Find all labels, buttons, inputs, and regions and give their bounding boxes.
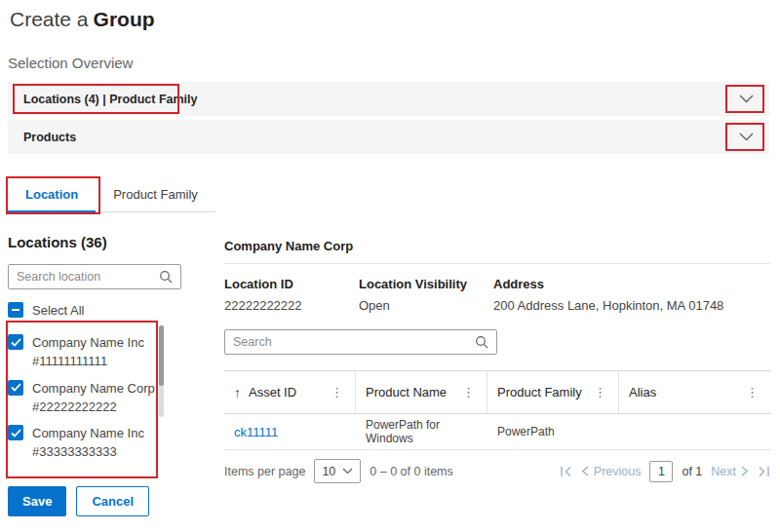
list-item[interactable]: Company Name Corp #22222222222 <box>8 380 183 417</box>
column-label: Product Name <box>366 385 452 399</box>
column-menu-icon[interactable]: ⋮ <box>329 385 345 399</box>
search-icon <box>159 270 173 284</box>
pagination-bar: Items per page 10 0 – 0 of 0 items Previ… <box>224 459 770 483</box>
location-details-panel: Company Name Corp Location ID 2222222222… <box>224 239 770 483</box>
column-label: Product Family <box>497 385 584 399</box>
tab-location[interactable]: Location <box>8 177 96 212</box>
scrollbar-thumb[interactable] <box>159 325 164 386</box>
location-item-text: Company Name Inc #11111111111 <box>32 334 144 371</box>
select-all-label: Select All <box>32 303 84 318</box>
scrollbar[interactable] <box>159 325 164 417</box>
accordion-products[interactable]: Products <box>8 120 769 154</box>
create-group-page: Create aGroup Selection Overview Locatio… <box>0 0 780 532</box>
field-label: Location ID <box>224 277 359 291</box>
location-list: Company Name Inc #11111111111 Company Na… <box>8 334 183 462</box>
location-id: #22222222222 <box>32 399 155 417</box>
search-assets-input[interactable] <box>233 335 475 349</box>
column-header-product-name[interactable]: Product Name ⋮ <box>356 371 488 413</box>
items-per-page-value: 10 <box>322 465 335 478</box>
select-all-checkbox[interactable] <box>8 302 23 318</box>
location-id: #33333333333 <box>32 443 144 462</box>
page-title-bold: Group <box>94 8 155 30</box>
alias-cell <box>619 414 770 449</box>
column-menu-icon[interactable]: ⋮ <box>592 385 608 399</box>
location-search-box <box>8 264 181 289</box>
list-item[interactable]: Company Name Inc #11111111111 <box>8 334 183 371</box>
company-heading: Company Name Corp <box>224 239 770 264</box>
checkbox-checked-icon[interactable] <box>8 380 23 396</box>
locations-panel: Locations (36) Select All Company Name I… <box>8 234 183 471</box>
location-item-text: Company Name Corp #22222222222 <box>32 380 155 417</box>
tab-bar: Location Product Family <box>8 177 215 212</box>
search-location-input[interactable] <box>17 270 159 284</box>
column-header-alias[interactable]: Alias ⋮ <box>619 371 770 413</box>
column-label: Asset ID <box>249 385 321 399</box>
chevron-down-icon <box>342 468 353 475</box>
field-label: Address <box>493 277 723 291</box>
accordion-locations[interactable]: Locations (4) | Product Family <box>8 82 769 116</box>
location-name: Company Name Corp <box>32 380 155 399</box>
column-header-product-family[interactable]: Product Family ⋮ <box>488 371 619 413</box>
checkbox-checked-icon[interactable] <box>8 334 23 350</box>
first-page-icon[interactable] <box>560 466 572 477</box>
page-title: Create aGroup <box>10 8 155 31</box>
product-family-cell: PowerPath <box>488 414 619 449</box>
field-address: Address 200 Address Lane, Hopkinton, MA … <box>493 277 723 313</box>
locations-heading: Locations (36) <box>8 234 183 250</box>
items-per-page-label: Items per page <box>224 465 305 478</box>
search-icon <box>475 335 488 349</box>
items-per-page-select[interactable]: 10 <box>314 459 361 483</box>
page-title-light: Create a <box>10 8 89 30</box>
assets-table: ↑ Asset ID ⋮ Product Name ⋮ Product Fami… <box>224 370 770 483</box>
location-name: Company Name Inc <box>32 425 144 443</box>
cancel-button[interactable]: Cancel <box>76 486 149 516</box>
assets-search-box <box>224 329 497 355</box>
next-page-button[interactable]: Next <box>711 465 749 478</box>
select-all-row[interactable]: Select All <box>8 302 183 318</box>
detail-fields: Location ID 22222222222 Location Visibil… <box>224 277 770 313</box>
page-number-input[interactable] <box>649 461 673 482</box>
next-label: Next <box>711 465 736 478</box>
location-name: Company Name Inc <box>32 334 144 353</box>
accordion-locations-label: Locations (4) | Product Family <box>23 93 198 106</box>
page-of-label: of 1 <box>682 465 702 478</box>
footer-actions: Save Cancel <box>8 486 149 516</box>
chevron-down-icon[interactable] <box>739 95 754 103</box>
column-header-asset-id[interactable]: ↑ Asset ID ⋮ <box>224 371 356 413</box>
column-menu-icon[interactable]: ⋮ <box>460 385 477 399</box>
field-value: 200 Address Lane, Hopkinton, MA 01748 <box>493 298 723 313</box>
field-location-visibility: Location Visibility Open <box>359 277 493 313</box>
chevron-down-icon[interactable] <box>739 133 754 141</box>
location-id: #11111111111 <box>32 353 144 371</box>
previous-page-button[interactable]: Previous <box>581 465 642 478</box>
save-button[interactable]: Save <box>8 486 66 516</box>
last-page-icon[interactable] <box>758 466 770 477</box>
items-range-text: 0 – 0 of 0 items <box>370 465 452 478</box>
column-label: Alias <box>629 385 736 399</box>
field-label: Location Visibility <box>359 277 493 291</box>
section-title: Selection Overview <box>8 55 133 71</box>
asset-id-link[interactable]: ck11111 <box>224 414 356 449</box>
previous-label: Previous <box>594 465 642 478</box>
field-value: Open <box>359 298 493 313</box>
location-item-text: Company Name Inc #33333333333 <box>32 425 144 462</box>
tab-product-family[interactable]: Product Family <box>96 177 215 212</box>
accordion-products-label: Products <box>23 131 76 144</box>
chevron-left-icon <box>581 466 589 476</box>
checkbox-checked-icon[interactable] <box>8 425 23 440</box>
product-name-cell: PowerPath for Windows <box>356 414 488 449</box>
field-location-id: Location ID 22222222222 <box>224 277 359 313</box>
sort-ascending-icon[interactable]: ↑ <box>234 385 241 400</box>
table-row: ck11111 PowerPath for Windows PowerPath <box>224 414 770 450</box>
column-menu-icon[interactable]: ⋮ <box>744 385 760 399</box>
field-value: 22222222222 <box>224 298 359 313</box>
list-item[interactable]: Company Name Inc #33333333333 <box>8 425 183 462</box>
table-header-row: ↑ Asset ID ⋮ Product Name ⋮ Product Fami… <box>224 371 770 414</box>
chevron-right-icon <box>741 466 749 476</box>
